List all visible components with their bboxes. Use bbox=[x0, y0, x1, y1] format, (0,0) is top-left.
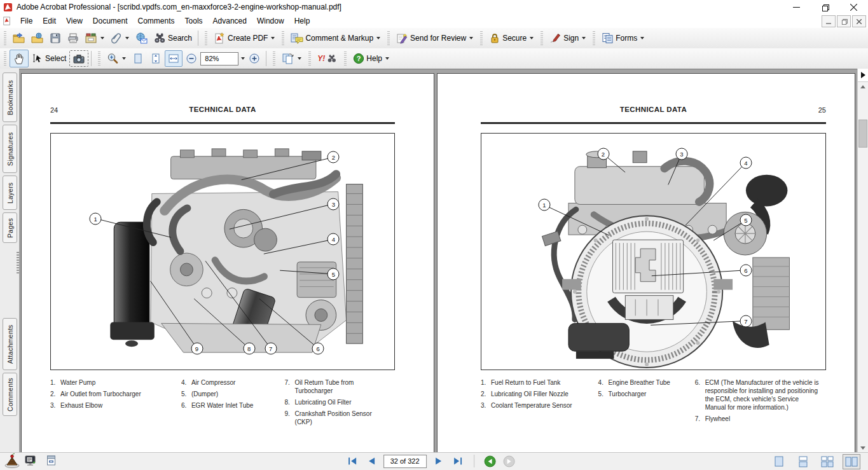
open-web-page-button[interactable] bbox=[28, 30, 46, 46]
doc-close-button[interactable] bbox=[852, 15, 866, 27]
menu-file[interactable]: File bbox=[15, 15, 38, 27]
zoom-level-input[interactable]: 82% bbox=[200, 52, 238, 66]
document-window-controls bbox=[822, 15, 866, 27]
sign-button[interactable]: Sign bbox=[546, 30, 589, 46]
tab-bookmarks[interactable]: Bookmarks bbox=[3, 73, 17, 122]
menu-document[interactable]: Document bbox=[88, 15, 133, 27]
callout-2: 2 bbox=[327, 151, 340, 163]
print-button[interactable] bbox=[64, 30, 82, 46]
tab-signatures[interactable]: Signatures bbox=[3, 125, 17, 173]
comment-markup-button[interactable]: Comment & Markup bbox=[287, 30, 383, 46]
last-page-button[interactable] bbox=[451, 454, 465, 468]
organizer-button[interactable] bbox=[82, 30, 107, 46]
single-page-layout-button[interactable] bbox=[770, 454, 788, 469]
legend-item: 7.Oil Return Tube from Turbocharger bbox=[285, 378, 389, 395]
doc-minimize-button[interactable] bbox=[822, 15, 836, 27]
doc-restore-button[interactable] bbox=[837, 15, 851, 27]
hand-tool-button[interactable] bbox=[10, 50, 29, 67]
vertical-scrollbar[interactable] bbox=[857, 69, 868, 453]
tab-comments[interactable]: Comments bbox=[3, 373, 17, 416]
page-header: 24 TECHNICAL DATA bbox=[50, 106, 395, 116]
secure-button[interactable]: Secure bbox=[486, 30, 537, 46]
scroll-up-button[interactable] bbox=[858, 82, 868, 92]
menu-tools[interactable]: Tools bbox=[180, 15, 208, 27]
dropdown-caret bbox=[122, 57, 126, 60]
create-pdf-button[interactable]: Create PDF bbox=[210, 30, 278, 46]
actual-size-button[interactable] bbox=[129, 50, 147, 67]
toolbar-grip[interactable] bbox=[308, 52, 311, 66]
open-button[interactable] bbox=[10, 30, 28, 46]
callout-2: 2 bbox=[597, 148, 609, 160]
window-close-button[interactable] bbox=[839, 0, 868, 14]
zoom-tool-button[interactable] bbox=[104, 50, 129, 67]
continuous-facing-layout-button[interactable] bbox=[818, 454, 836, 469]
toolbar-grip[interactable] bbox=[344, 52, 347, 66]
status-doc-icon[interactable] bbox=[46, 455, 57, 467]
menu-view[interactable]: View bbox=[61, 15, 88, 27]
previous-page-button[interactable] bbox=[364, 454, 378, 468]
tab-layers[interactable]: Layers bbox=[3, 176, 17, 210]
zoom-in-button[interactable] bbox=[245, 50, 263, 67]
page-header: TECHNICAL DATA 25 bbox=[481, 106, 826, 116]
window-restore-button[interactable] bbox=[811, 0, 839, 14]
menu-help[interactable]: Help bbox=[289, 15, 315, 27]
page-indicator-input[interactable]: 32 of 322 bbox=[383, 455, 427, 468]
legend-item: 4.Air Compressor bbox=[181, 378, 279, 387]
zoom-out-button[interactable] bbox=[183, 50, 200, 67]
search-button[interactable]: Search bbox=[151, 30, 195, 46]
menu-comments[interactable]: Comments bbox=[133, 15, 180, 27]
toolbar-grip[interactable] bbox=[4, 31, 6, 45]
toolbar-grip[interactable] bbox=[205, 31, 207, 45]
callout-1: 1 bbox=[539, 199, 551, 211]
zoom-level-dropdown[interactable] bbox=[238, 53, 245, 65]
email-button[interactable] bbox=[132, 30, 151, 46]
toolbar-grip[interactable] bbox=[273, 52, 275, 66]
document-viewport[interactable]: 24 TECHNICAL DATA bbox=[19, 69, 857, 453]
continuous-layout-button[interactable] bbox=[794, 454, 812, 469]
toolbar-separator bbox=[91, 51, 92, 66]
open-folder-icon bbox=[13, 32, 25, 44]
window-minimize-button[interactable] bbox=[782, 0, 811, 14]
facing-layout-button[interactable] bbox=[843, 454, 860, 469]
fit-page-button[interactable] bbox=[147, 50, 165, 67]
attach-button[interactable] bbox=[107, 30, 132, 46]
previous-view-history-button[interactable] bbox=[483, 454, 497, 468]
send-for-review-button[interactable]: Send for Review bbox=[393, 30, 476, 46]
yahoo-search-button[interactable]: Y! bbox=[314, 52, 340, 66]
help-button[interactable]: ?Help bbox=[350, 50, 392, 67]
menu-window[interactable]: Window bbox=[252, 15, 289, 27]
create-pdf-label: Create PDF bbox=[228, 34, 268, 43]
status-separator bbox=[474, 455, 474, 467]
toolbar-grip[interactable] bbox=[387, 31, 390, 45]
next-view-history-button[interactable] bbox=[502, 454, 516, 468]
sign-pen-icon bbox=[549, 32, 561, 44]
toolbar-grip[interactable] bbox=[480, 31, 483, 45]
pane-expand-button[interactable] bbox=[858, 69, 868, 82]
toolbar-grip[interactable] bbox=[593, 31, 595, 45]
search-label: Search bbox=[168, 34, 192, 43]
previous-view-button[interactable] bbox=[279, 50, 305, 67]
scroll-down-button[interactable] bbox=[858, 443, 868, 453]
toolbar-grip[interactable] bbox=[98, 52, 100, 66]
next-page-button[interactable] bbox=[432, 454, 446, 468]
header-rule bbox=[50, 122, 395, 124]
legend-item-number: 2. bbox=[481, 390, 491, 398]
legend-item-number: 1. bbox=[50, 378, 60, 387]
toolbar-grip[interactable] bbox=[4, 52, 6, 66]
first-page-button[interactable] bbox=[345, 454, 359, 468]
forms-button[interactable]: Forms bbox=[598, 30, 647, 46]
screen-mode-icon[interactable] bbox=[24, 455, 37, 467]
fit-width-button[interactable] bbox=[165, 50, 183, 67]
save-button[interactable] bbox=[46, 30, 64, 46]
scrollbar-thumb[interactable] bbox=[858, 120, 867, 148]
tab-pages[interactable]: Pages bbox=[3, 212, 17, 243]
plugin-cake-icon[interactable] bbox=[4, 452, 20, 469]
snapshot-tool-button[interactable] bbox=[69, 50, 88, 67]
toolbar-grip[interactable] bbox=[541, 31, 543, 45]
toolbar-grip[interactable] bbox=[282, 31, 284, 45]
page-title: TECHNICAL DATA bbox=[481, 106, 826, 113]
menu-advanced[interactable]: Advanced bbox=[208, 15, 252, 27]
select-tool-button[interactable]: Select bbox=[29, 50, 69, 67]
menu-edit[interactable]: Edit bbox=[38, 15, 61, 27]
tab-attachments[interactable]: Attachments bbox=[3, 318, 17, 370]
